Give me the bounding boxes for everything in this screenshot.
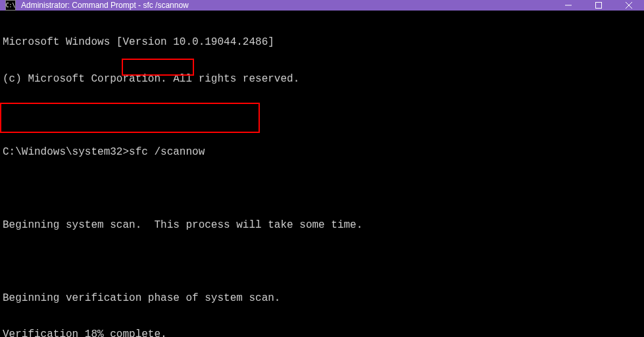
maximize-button[interactable] bbox=[583, 0, 614, 11]
titlebar[interactable]: C:\ Administrator: Command Prompt - sfc … bbox=[0, 0, 644, 11]
terminal-line-verification-phase: Beginning verification phase of system s… bbox=[3, 292, 641, 305]
terminal-line-version: Microsoft Windows [Version 10.0.19044.24… bbox=[3, 36, 641, 49]
prompt-command: sfc /scannow bbox=[129, 146, 205, 158]
terminal-blank bbox=[3, 109, 641, 122]
cmd-icon: C:\ bbox=[5, 0, 16, 11]
terminal-blank bbox=[3, 255, 641, 268]
titlebar-controls bbox=[553, 0, 644, 11]
terminal-prompt-line: C:\Windows\system32>sfc /scannow bbox=[3, 146, 641, 159]
terminal-blank bbox=[3, 182, 641, 195]
terminal-area[interactable]: Microsoft Windows [Version 10.0.19044.24… bbox=[0, 11, 644, 337]
maximize-icon bbox=[595, 2, 602, 9]
terminal-line-beginning: Beginning system scan. This process will… bbox=[3, 219, 641, 232]
command-prompt-window: C:\ Administrator: Command Prompt - sfc … bbox=[0, 0, 644, 337]
window-title: Administrator: Command Prompt - sfc /sca… bbox=[20, 1, 553, 10]
svg-rect-1 bbox=[596, 3, 602, 9]
close-icon bbox=[626, 2, 632, 9]
terminal-line-verification-progress: Verification 18% complete. bbox=[3, 328, 641, 337]
terminal-line-copyright: (c) Microsoft Corporation. All rights re… bbox=[3, 73, 641, 86]
close-button[interactable] bbox=[614, 0, 644, 11]
minimize-button[interactable] bbox=[553, 0, 583, 11]
prompt-path: C:\Windows\system32> bbox=[3, 146, 129, 158]
minimize-icon bbox=[565, 2, 572, 9]
